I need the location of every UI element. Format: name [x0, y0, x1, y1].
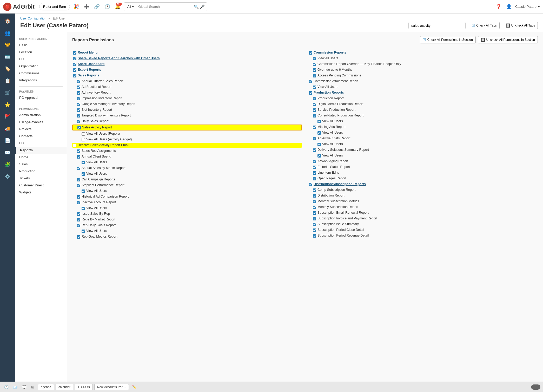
nav-item-basic[interactable]: Basic — [15, 42, 67, 49]
perm-editorial-status-label[interactable]: Editorial Status Report — [317, 165, 350, 169]
app-logo[interactable]: 🔴 Ad⊙rbit — [3, 3, 35, 11]
perm-annual-quarter-checkbox[interactable] — [77, 80, 80, 83]
perm-override-6months-checkbox[interactable] — [313, 68, 316, 72]
perm-report-menu-label[interactable]: Report Menu — [78, 51, 97, 54]
perm-production-report-checkbox[interactable] — [313, 97, 316, 100]
perm-google-ad-mgr-checkbox[interactable] — [77, 103, 80, 106]
nav-item-hr[interactable]: HR — [15, 56, 67, 63]
perm-targeted-display-label[interactable]: Targeted Display Inventory Report — [82, 114, 131, 117]
sidebar-users-icon[interactable]: 👥 — [2, 28, 13, 38]
perm-receive-sales-email-label[interactable]: Receive Sales Activity Report Email — [78, 143, 129, 147]
perm-commission-attain-label[interactable]: Commission Attainment Report — [314, 79, 358, 83]
sidebar-truck-icon[interactable]: 🚚 — [2, 123, 13, 134]
bottom-tab-new-accounts[interactable]: New Accounts Per ... — [94, 384, 129, 390]
perm-sub-email-renewal-label[interactable]: Subscription Email Renewal Report — [317, 211, 369, 214]
bottom-toggle-switch[interactable] — [531, 384, 540, 390]
perm-annual-sales-month-label[interactable]: Annual Sales by Month Report — [82, 166, 126, 170]
perm-view-all-missing-checkbox[interactable] — [317, 131, 321, 135]
perm-ad-arrival-stats-label[interactable]: Ad Arrival Stats Report — [317, 136, 350, 140]
nav-item-reports[interactable]: Reports — [15, 147, 67, 154]
perm-service-prod-checkbox[interactable] — [313, 108, 316, 112]
perm-view-all-rep-goals-label[interactable]: View All Users — [86, 229, 107, 233]
perm-view-all-inactive-checkbox[interactable] — [82, 207, 85, 210]
perm-share-saved-label[interactable]: Share Saved Reports And Searches with Ot… — [78, 56, 160, 60]
nav-item-organization[interactable]: Organization — [15, 63, 67, 70]
perm-access-pending-label[interactable]: Access Pending Commissions — [317, 74, 361, 77]
perm-slot-inventory-checkbox[interactable] — [77, 108, 80, 112]
perm-production-reports-checkbox[interactable] — [309, 91, 312, 95]
add-icon-button[interactable]: ➕ — [82, 3, 91, 11]
perm-inactive-account-label[interactable]: Inactive Account Report — [82, 200, 116, 204]
nav-item-administration[interactable]: Administration — [15, 112, 67, 119]
perm-view-all-delivery-label[interactable]: View All Users — [322, 154, 343, 157]
perm-view-all-spend-checkbox[interactable] — [82, 161, 85, 164]
perm-daily-sales-label[interactable]: Daily Sales Report — [82, 119, 109, 123]
perm-missing-ads-label[interactable]: Missing Ads Report — [317, 125, 346, 129]
perm-ad-fractional-checkbox[interactable] — [77, 86, 80, 89]
sidebar-mail-icon[interactable]: ✉️ — [2, 147, 13, 158]
bottom-mail-icon[interactable]: ✉️ — [11, 383, 19, 391]
perm-sales-activity-label[interactable]: Sales Activity Report — [82, 126, 112, 129]
perm-historical-ad-checkbox[interactable] — [77, 195, 80, 199]
perm-sub-invoice-payment-label[interactable]: Subscription Invoice and Payment Report — [317, 217, 377, 220]
perm-dist-sub-reports-checkbox[interactable] — [309, 183, 312, 186]
perm-rep-goal-metrics-label[interactable]: Rep Goal Metrics Report — [82, 235, 117, 238]
perm-view-all-users-gadget-label[interactable]: View All Users (Activity Gadget) — [86, 138, 132, 141]
perm-export-reports-checkbox[interactable] — [73, 68, 76, 72]
perm-export-reports-label[interactable]: Export Reports — [78, 68, 101, 71]
perm-monthly-sub-metrics-label[interactable]: Monthly Subscription Metrics — [317, 199, 359, 203]
perm-production-reports-label[interactable]: Production Reports — [314, 91, 344, 94]
perm-impression-inventory-checkbox[interactable] — [77, 97, 80, 100]
perm-daily-sales-checkbox[interactable] — [77, 120, 80, 123]
perm-annual-sales-month-checkbox[interactable] — [77, 167, 80, 170]
perm-editorial-status-checkbox[interactable] — [313, 166, 316, 169]
perm-line-item-edits-label[interactable]: Line Item Edits — [317, 171, 339, 174]
bottom-clock-icon[interactable]: 🕐 — [3, 383, 10, 391]
perm-monthly-sub-report-checkbox[interactable] — [313, 206, 316, 209]
perm-ad-fractional-label[interactable]: Ad Fractional Report — [82, 85, 111, 89]
perm-service-prod-label[interactable]: Service Production Report — [317, 108, 355, 112]
perm-access-pending-checkbox[interactable] — [313, 74, 316, 77]
nav-item-home[interactable]: Home — [15, 154, 67, 161]
perm-view-all-month-label[interactable]: View All Users — [86, 172, 107, 175]
perm-sub-period-close-checkbox[interactable] — [313, 228, 316, 232]
microphone-icon[interactable]: 🎤 — [200, 4, 205, 9]
perm-share-saved-checkbox[interactable] — [73, 57, 76, 60]
nav-item-production[interactable]: Production — [15, 168, 67, 175]
search-scope-select[interactable]: All — [126, 4, 135, 9]
perm-sub-period-revenue-label[interactable]: Subscription Period Revenue Detail — [317, 234, 369, 237]
nav-item-projects[interactable]: Projects — [15, 126, 67, 133]
perm-digital-media-prod-label[interactable]: Digital Media Production Report — [317, 102, 363, 106]
perm-rep-daily-goals-checkbox[interactable] — [77, 224, 80, 227]
perm-digital-media-prod-checkbox[interactable] — [313, 103, 316, 106]
perm-sub-issue-summary-checkbox[interactable] — [313, 223, 316, 226]
breadcrumb-link[interactable]: User Configuration — [20, 17, 46, 20]
permission-search-input[interactable] — [408, 22, 466, 29]
sidebar-settings-icon[interactable]: ⚙️ — [2, 171, 13, 182]
perm-view-all-arrival-label[interactable]: View All Users — [322, 142, 343, 146]
user-icon-button[interactable]: 👤 — [505, 3, 513, 11]
sidebar-cart-icon[interactable]: 🛒 — [2, 87, 13, 98]
global-search-input[interactable] — [138, 5, 193, 9]
perm-commission-override-checkbox[interactable] — [313, 63, 316, 66]
perm-sales-rep-assign-checkbox[interactable] — [77, 149, 80, 153]
sidebar-flag-icon[interactable]: 🚩 — [2, 111, 13, 122]
link-icon-button[interactable]: 🔗 — [93, 3, 101, 11]
uncheck-all-tabs-button[interactable]: 🔲 Uncheck All Tabs — [503, 22, 538, 29]
perm-view-all-stoplight-checkbox[interactable] — [82, 190, 85, 193]
perm-artwork-aging-label[interactable]: Artwork Aging Report — [317, 159, 348, 163]
perm-view-all-users-report-label[interactable]: View All Users (Report) — [86, 132, 120, 135]
perm-rep-goal-metrics-checkbox[interactable] — [77, 235, 80, 239]
nav-item-po-approval[interactable]: PO Approval — [15, 94, 67, 101]
perm-receive-sales-email-checkbox[interactable] — [73, 144, 76, 147]
perm-sub-issue-summary-label[interactable]: Subscription Issue Summary — [317, 222, 359, 226]
perm-ad-inventory-label[interactable]: Ad Inventory Report — [82, 91, 110, 94]
celebration-icon-button[interactable]: 🎉 — [72, 3, 80, 11]
perm-report-menu-checkbox[interactable] — [73, 51, 76, 55]
nav-item-widgets[interactable]: Widgets — [15, 189, 67, 196]
perm-google-ad-mgr-label[interactable]: Google Ad Manager Inventory Report — [82, 102, 135, 106]
perm-dist-sub-reports-label[interactable]: Distribution/Subscription Reports — [314, 182, 366, 186]
perm-sub-period-close-label[interactable]: Subscription Period Close Detail — [317, 228, 364, 232]
perm-missing-ads-checkbox[interactable] — [313, 126, 316, 129]
perm-call-campaign-label[interactable]: Call Campaign Reports — [82, 178, 115, 181]
